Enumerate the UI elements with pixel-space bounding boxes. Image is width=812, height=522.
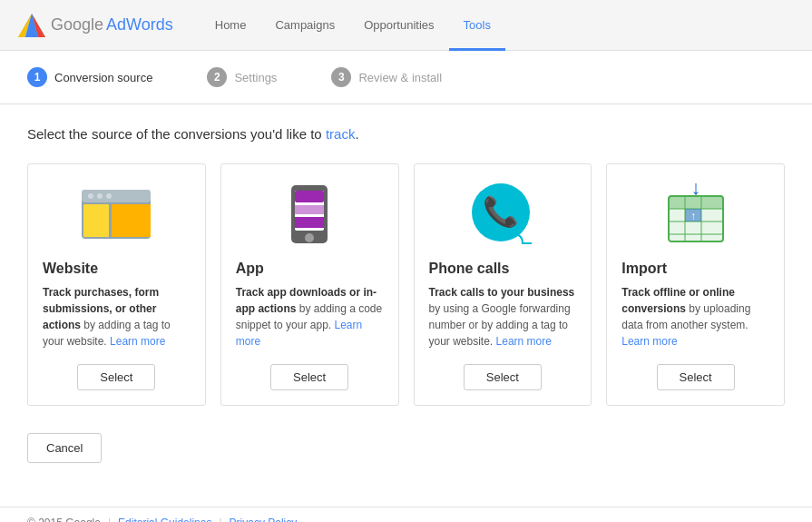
import-card-desc: Track offline or online conversions by u…: [621, 284, 769, 350]
card-phone: 📞 Phone calls Track calls to your busine…: [414, 163, 592, 406]
card-import: ↓ ↑ Import: [606, 163, 785, 406]
app-card-title: App: [236, 261, 264, 277]
website-icon: [80, 188, 152, 241]
footer-sep-2: |: [219, 517, 221, 522]
import-select-button[interactable]: Select: [657, 364, 735, 390]
website-select-button[interactable]: Select: [77, 364, 155, 390]
phone-card-desc: Track calls to your business by using a …: [429, 284, 577, 350]
svg-point-16: [305, 233, 314, 242]
nav-tools[interactable]: Tools: [449, 0, 505, 51]
import-card-title: Import: [621, 261, 667, 277]
main-nav: Home Campaigns Opportunities Tools: [201, 0, 505, 51]
website-icon-container: [43, 182, 191, 246]
website-card-title: Website: [43, 261, 98, 277]
step-2-label: Settings: [234, 71, 277, 84]
nav-campaigns[interactable]: Campaigns: [260, 0, 349, 51]
svg-rect-9: [83, 204, 109, 237]
phone-btn-wrap: Select: [429, 364, 577, 390]
logo: Google AdWords: [18, 14, 173, 37]
svg-rect-26: [669, 196, 723, 209]
footer-copyright: © 2015 Google: [27, 517, 101, 522]
footer-editorial-guidelines[interactable]: Editorial Guidelines: [118, 517, 211, 522]
import-icon: ↓ ↑: [665, 182, 727, 247]
logo-google: Google: [51, 15, 103, 34]
app-icon-container: [236, 182, 384, 246]
page-subtitle: Select the source of the conversions you…: [27, 126, 785, 142]
svg-text:↑: ↑: [690, 210, 696, 222]
app-btn-wrap: Select: [236, 364, 384, 390]
svg-point-7: [97, 193, 103, 199]
cancel-button[interactable]: Cancel: [27, 433, 102, 463]
step-3: 3 Review & install: [331, 67, 442, 87]
card-app: App Track app downloads or in-app action…: [220, 163, 399, 406]
import-learn-more[interactable]: Learn more: [621, 335, 677, 348]
app-icon: [289, 183, 329, 245]
phone-desc-bold: Track calls to your business: [429, 286, 575, 299]
logo-adwords: AdWords: [106, 15, 173, 34]
svg-text:📞: 📞: [483, 194, 519, 229]
step-2: 2 Settings: [207, 67, 277, 87]
subtitle-highlight: track: [326, 126, 356, 142]
app-select-button[interactable]: Select: [270, 364, 348, 390]
nav-home[interactable]: Home: [201, 0, 261, 51]
step-1: 1 Conversion source: [27, 67, 152, 87]
step-1-label: Conversion source: [54, 71, 152, 84]
website-learn-more[interactable]: Learn more: [110, 335, 165, 348]
svg-rect-10: [112, 204, 151, 237]
step-3-circle: 3: [331, 67, 351, 87]
stepper: 1 Conversion source 2 Settings 3 Review …: [0, 51, 812, 104]
phone-icon: 📞: [470, 182, 535, 247]
cancel-wrap: Cancel: [27, 433, 785, 463]
nav-opportunities[interactable]: Opportunities: [349, 0, 448, 51]
svg-point-6: [88, 193, 93, 199]
main-content: Select the source of the conversions you…: [0, 104, 812, 507]
website-btn-wrap: Select: [43, 364, 191, 390]
step-3-label: Review & install: [358, 71, 442, 84]
phone-icon-container: 📞: [429, 182, 577, 246]
import-btn-wrap: Select: [621, 364, 769, 390]
cards-container: Website Track purchases, form submission…: [27, 163, 785, 406]
svg-rect-15: [295, 217, 324, 228]
website-card-desc: Track purchases, form submissions, or ot…: [43, 284, 191, 350]
step-2-circle: 2: [207, 67, 227, 87]
svg-rect-13: [295, 191, 324, 202]
header: Google AdWords Home Campaigns Opportunit…: [0, 0, 812, 51]
step-1-circle: 1: [27, 67, 47, 87]
svg-point-8: [106, 193, 112, 199]
import-icon-container: ↓ ↑: [621, 182, 769, 246]
phone-select-button[interactable]: Select: [464, 364, 542, 390]
phone-card-title: Phone calls: [429, 261, 510, 277]
footer-sep-1: |: [108, 517, 111, 522]
card-website: Website Track purchases, form submission…: [27, 163, 206, 406]
footer-privacy-policy[interactable]: Privacy Policy: [230, 517, 298, 522]
app-card-desc: Track app downloads or in-app actions by…: [236, 284, 384, 350]
svg-rect-14: [295, 205, 324, 214]
footer: © 2015 Google | Editorial Guidelines | P…: [0, 507, 812, 522]
phone-learn-more[interactable]: Learn more: [496, 335, 552, 348]
